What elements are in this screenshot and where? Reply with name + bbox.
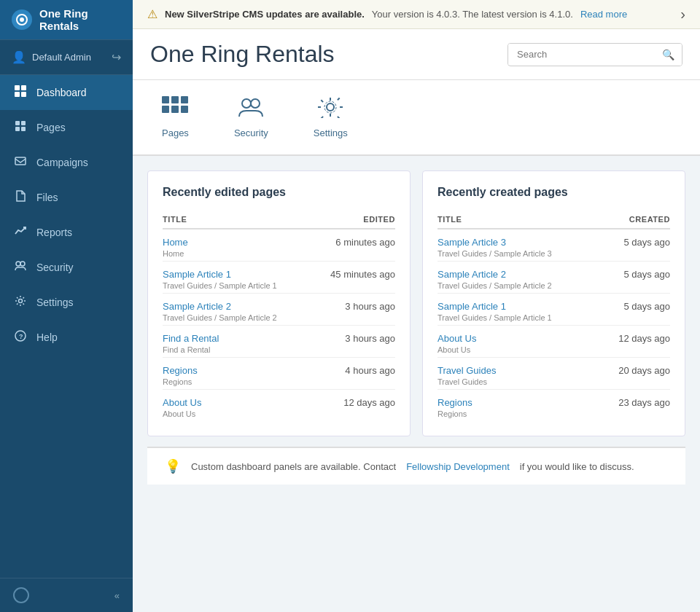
sidebar-item-files[interactable]: Files xyxy=(0,180,133,215)
table-row: Travel Guides Travel Guides 20 days ago xyxy=(438,358,670,390)
svg-rect-5 xyxy=(21,92,26,97)
sidebar-item-label: Help xyxy=(36,332,58,343)
sidebar-user: 👤 Default Admin ↪ xyxy=(0,39,133,75)
security-quick-label: Security xyxy=(234,128,268,138)
table-row: Sample Article 1 Travel Guides / Sample … xyxy=(438,294,670,326)
quick-link-pages[interactable]: Pages xyxy=(150,92,201,143)
sidebar-collapse-button[interactable]: « xyxy=(114,590,120,601)
record-subtitle: Find a Rental xyxy=(163,345,311,354)
sidebar-item-settings[interactable]: Settings xyxy=(0,285,133,320)
record-subtitle: About Us xyxy=(438,345,598,354)
record-subtitle: Home xyxy=(163,249,311,258)
svg-rect-20 xyxy=(171,106,179,113)
record-link[interactable]: Regions xyxy=(438,397,598,408)
record-link[interactable]: About Us xyxy=(438,333,598,344)
main-header: One Ring Rentals 🔍 xyxy=(133,29,700,80)
sidebar-footer: « xyxy=(0,578,133,612)
col-title-created: TITLE xyxy=(438,211,598,229)
sidebar: One Ring Rentals 👤 Default Admin ↪ Dashb… xyxy=(0,0,133,612)
logout-icon[interactable]: ↪ xyxy=(112,50,121,64)
record-time: 5 days ago xyxy=(623,301,670,312)
campaigns-icon xyxy=(13,155,28,170)
recently-created-table: TITLE CREATED Sample Article 3 Travel Gu… xyxy=(438,211,670,421)
svg-point-22 xyxy=(242,99,251,108)
record-link[interactable]: Sample Article 2 xyxy=(163,301,311,312)
page-title: One Ring Rentals xyxy=(150,41,335,68)
sidebar-item-label: Campaigns xyxy=(36,157,88,168)
notification-arrow-icon[interactable]: › xyxy=(680,6,685,23)
record-link[interactable]: Sample Article 1 xyxy=(438,301,598,312)
table-row: Sample Article 2 Travel Guides / Sample … xyxy=(163,294,395,326)
sidebar-item-label: Dashboard xyxy=(36,87,87,98)
quick-links-bar: Pages Security xyxy=(133,80,700,156)
sidebar-item-dashboard[interactable]: Dashboard xyxy=(0,75,133,110)
record-subtitle: Regions xyxy=(163,377,311,386)
sidebar-item-label: Settings xyxy=(36,297,74,308)
record-link[interactable]: Travel Guides xyxy=(438,365,598,376)
notification-detail: Your version is 4.0.3. The latest versio… xyxy=(372,9,573,20)
pages-icon xyxy=(13,120,28,135)
app-name: One Ring Rentals xyxy=(39,7,121,32)
quick-link-settings[interactable]: Settings xyxy=(302,92,359,143)
record-link[interactable]: Sample Article 2 xyxy=(438,269,598,280)
security-nav-icon xyxy=(13,260,28,275)
recently-created-card: Recently created pages TITLE CREATED Sam… xyxy=(422,170,685,436)
sidebar-navigation: Dashboard Pages Campaigns Files xyxy=(0,75,133,578)
col-edited: EDITED xyxy=(311,211,395,229)
quick-link-security[interactable]: Security xyxy=(222,92,280,143)
svg-rect-21 xyxy=(181,106,188,113)
fellowship-link[interactable]: Fellowship Development xyxy=(406,461,510,472)
sidebar-item-security[interactable]: Security xyxy=(0,250,133,285)
svg-rect-9 xyxy=(21,127,26,131)
footer-circle-icon xyxy=(13,587,29,603)
record-link[interactable]: Sample Article 1 xyxy=(163,269,311,280)
record-time: 20 days ago xyxy=(618,365,670,376)
content-footer: 💡 Custom dashboard panels are available.… xyxy=(147,447,685,484)
record-link[interactable]: Sample Article 3 xyxy=(438,237,598,248)
notification-bar: ⚠ New SilverStripe CMS updates are avail… xyxy=(133,0,700,29)
svg-point-13 xyxy=(19,299,23,303)
table-row: Sample Article 1 Travel Guides / Sample … xyxy=(163,262,395,294)
svg-rect-8 xyxy=(15,127,20,131)
table-row: Find a Rental Find a Rental 3 hours ago xyxy=(163,326,395,358)
record-subtitle: Regions xyxy=(438,409,598,418)
sidebar-item-reports[interactable]: Reports xyxy=(0,215,133,250)
svg-point-12 xyxy=(20,262,25,266)
recently-created-title: Recently created pages xyxy=(438,186,670,199)
footer-text-after: if you would like to discuss. xyxy=(520,461,634,472)
main-content: ⚠ New SilverStripe CMS updates are avail… xyxy=(133,0,700,612)
search-box: 🔍 xyxy=(508,43,682,66)
record-link[interactable]: Find a Rental xyxy=(163,333,311,344)
search-input[interactable] xyxy=(508,44,655,65)
record-link[interactable]: Regions xyxy=(163,365,311,376)
svg-point-24 xyxy=(327,103,334,111)
svg-rect-10 xyxy=(15,157,26,165)
sidebar-item-pages[interactable]: Pages xyxy=(0,110,133,145)
col-title-edited: TITLE xyxy=(163,211,311,229)
sidebar-item-label: Pages xyxy=(36,122,66,133)
svg-rect-6 xyxy=(15,121,20,125)
sidebar-logo: One Ring Rentals xyxy=(0,0,133,39)
sidebar-item-campaigns[interactable]: Campaigns xyxy=(0,145,133,180)
col-created: CREATED xyxy=(598,211,670,229)
svg-rect-3 xyxy=(21,85,26,90)
sidebar-item-help[interactable]: ? Help xyxy=(0,320,133,355)
record-subtitle: Travel Guides / Sample Article 2 xyxy=(438,281,598,290)
record-link[interactable]: About Us xyxy=(163,397,311,408)
record-time: 4 hours ago xyxy=(345,365,395,376)
app-logo-icon xyxy=(12,9,32,30)
notification-read-more-link[interactable]: Read more xyxy=(580,9,627,20)
record-time: 12 days ago xyxy=(343,397,395,408)
record-time: 5 days ago xyxy=(623,237,670,248)
record-time: 5 days ago xyxy=(623,269,670,280)
search-icon: 🔍 xyxy=(662,49,674,60)
record-subtitle: Travel Guides / Sample Article 2 xyxy=(163,313,311,322)
svg-rect-7 xyxy=(21,121,26,125)
security-quick-icon xyxy=(238,96,264,123)
search-button[interactable]: 🔍 xyxy=(655,44,682,66)
svg-rect-16 xyxy=(162,96,169,103)
record-time: 3 hours ago xyxy=(345,333,395,344)
user-name-area: 👤 Default Admin xyxy=(12,50,91,64)
table-row: About Us About Us 12 days ago xyxy=(438,326,670,358)
record-link[interactable]: Home xyxy=(163,237,311,248)
